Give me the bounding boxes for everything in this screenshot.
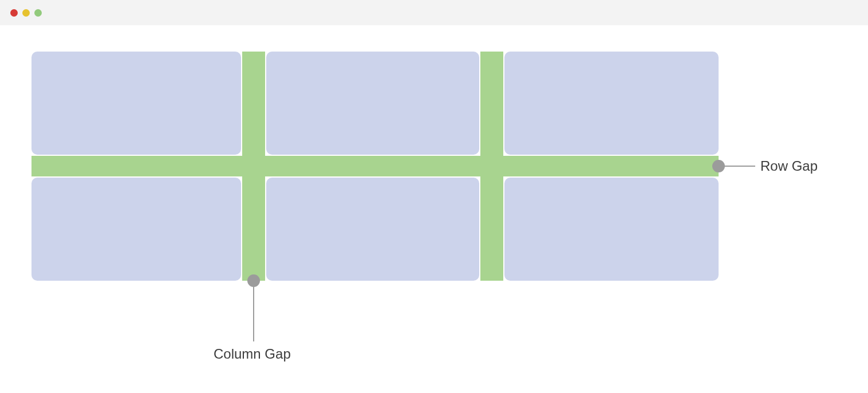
grid-cell xyxy=(504,178,719,281)
grid-cell xyxy=(31,178,241,281)
maximize-icon[interactable] xyxy=(34,9,42,17)
window-titlebar xyxy=(0,0,868,25)
grid-cell xyxy=(266,178,479,281)
diagram-canvas: Row Gap Column Gap xyxy=(0,25,868,393)
row-gap-label: Row Gap xyxy=(760,158,818,174)
close-icon[interactable] xyxy=(10,9,18,17)
callout-leader xyxy=(719,166,755,167)
minimize-icon[interactable] xyxy=(22,9,30,17)
column-gap-label: Column Gap xyxy=(214,346,291,362)
column-gap-highlight xyxy=(242,52,265,281)
grid-container xyxy=(31,52,719,281)
row-gap-highlight xyxy=(31,156,719,176)
grid-cell xyxy=(266,52,479,155)
column-gap-highlight xyxy=(480,52,503,281)
grid-cell xyxy=(31,52,241,155)
callout-leader xyxy=(253,281,254,341)
grid-cell xyxy=(504,52,719,155)
